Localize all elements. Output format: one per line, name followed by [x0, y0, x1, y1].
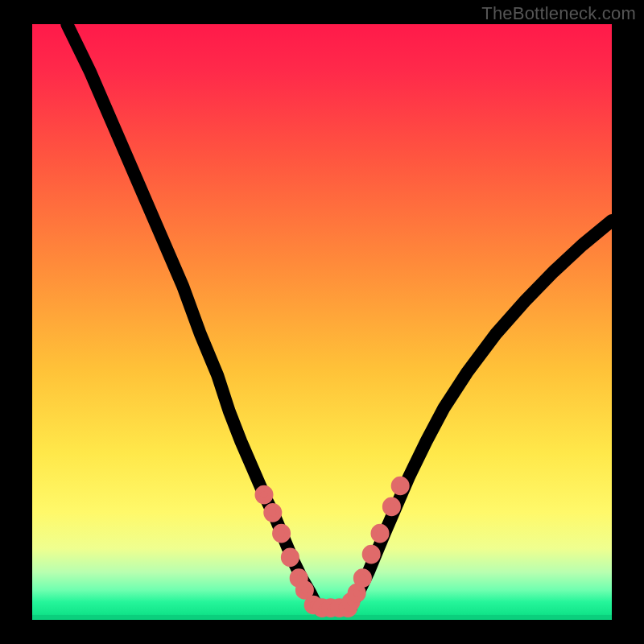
scatter-dot	[385, 500, 398, 513]
scatter-dot	[298, 584, 311, 597]
scatter-dot	[365, 547, 378, 560]
scatter-dot	[258, 488, 270, 501]
chart-frame: TheBottleneck.com	[0, 0, 644, 644]
scatter-dot	[394, 479, 407, 492]
watermark-text: TheBottleneck.com	[481, 3, 636, 24]
plot-area	[32, 24, 612, 620]
scatter-dot	[374, 527, 386, 540]
scatter-dot	[356, 572, 369, 584]
scatter-dot	[283, 551, 296, 564]
scatter-dot	[266, 506, 279, 519]
curve-layer	[32, 24, 612, 620]
curve-right-branch	[351, 221, 612, 605]
scatter-dot	[350, 587, 363, 600]
scatter-dot	[275, 527, 288, 540]
